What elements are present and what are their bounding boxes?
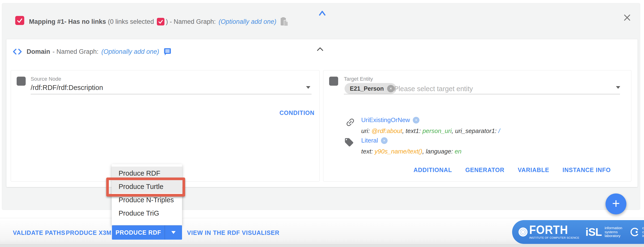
plus-icon: +	[612, 197, 620, 210]
tag-icon	[344, 137, 354, 148]
generator-button[interactable]: GENERATOR	[465, 167, 504, 173]
target-entity-chip[interactable]: E21_Person×	[344, 83, 396, 94]
target-entity-input[interactable]: Please select target entity	[394, 85, 473, 93]
checkmark-icon	[158, 19, 163, 24]
chip-label: E21_Person	[350, 85, 384, 92]
cci-logo-icon	[629, 226, 640, 237]
checkmark-icon	[17, 17, 23, 24]
menu-item-produce-trig[interactable]: Produce TriG	[112, 206, 182, 220]
add-mapping-fab[interactable]: +	[606, 193, 626, 214]
produce-rdf-button[interactable]: PRODUCE RDF	[112, 225, 182, 240]
cci-line: informatics	[642, 234, 644, 238]
generator-remove-icon[interactable]: ×	[413, 117, 420, 124]
collapse-domain-chevron-up-icon[interactable]	[316, 47, 324, 52]
param-label: , uri_separator1:	[452, 127, 498, 134]
target-actions: ADDITIONAL GENERATOR VARIABLE INSTANCE I…	[414, 167, 611, 173]
isl-caption: information systems laboratory	[604, 226, 622, 238]
forth-seal-icon	[518, 227, 528, 237]
isl-line: systems	[604, 230, 622, 234]
condition-button[interactable]: CONDITION	[280, 109, 314, 116]
forth-wordmark: FORTH	[529, 224, 579, 235]
target-entity-checkbox[interactable]	[329, 77, 338, 86]
links-checkbox[interactable]	[157, 18, 164, 26]
produce-rdf-button-label[interactable]: PRODUCE RDF	[112, 225, 165, 240]
target-underline	[344, 94, 620, 94]
mapping-checkbox[interactable]	[15, 16, 24, 25]
isl-line: laboratory	[604, 234, 622, 238]
param-value: y90s_name/text()	[374, 148, 422, 155]
cci-caption: center of cultural informatics	[642, 226, 644, 238]
produce-rdf-dropdown-toggle[interactable]	[165, 225, 182, 240]
isl-logo: iSL	[586, 225, 602, 238]
chip-remove-icon[interactable]: ×	[387, 85, 394, 92]
code-icon	[12, 48, 23, 55]
param-label: , language:	[422, 148, 454, 155]
domain-named-graph-add-link[interactable]: (Optionally add one)	[102, 48, 159, 56]
domain-header: Domain- Named Graph:(Optionally add one)	[12, 47, 172, 56]
source-node-checkbox[interactable]	[17, 77, 26, 86]
chevron-down-icon	[171, 231, 176, 234]
produce-x3ml-button[interactable]: PRODUCE X3ML	[66, 229, 115, 236]
source-node-select[interactable]: /rdf:RDF/rdf:Description	[31, 84, 103, 92]
domain-named-graph-label: - Named Graph:	[52, 48, 98, 56]
link-icon	[345, 117, 356, 128]
generator-params: text: y90s_name/text(), language: en	[361, 148, 462, 155]
param-value: person_uri	[422, 127, 452, 134]
chevron-down-icon[interactable]	[306, 86, 310, 89]
variable-button[interactable]: VARIABLE	[518, 167, 549, 173]
domain-title: Domain	[26, 48, 50, 56]
param-label: text:	[361, 148, 374, 155]
isl-line: information	[604, 226, 622, 230]
links-selected-text: (0 links selected	[108, 18, 154, 26]
generator-name: Literal	[361, 137, 378, 144]
forth-logo: FORTH INSTITUTE OF COMPUTER SCIENCE	[529, 225, 579, 239]
view-rdf-visualiser-button[interactable]: VIEW IN THE RDF VISUALISER	[187, 229, 280, 236]
param-value: /	[498, 127, 500, 134]
forth-subtitle: INSTITUTE OF COMPUTER SCIENCE	[529, 236, 579, 239]
generator-name: UriExistingOrNew	[361, 116, 410, 124]
validate-paths-button[interactable]: VALIDATE PATHS	[13, 229, 65, 236]
mapping-title: Mapping #1- Has no links	[29, 18, 106, 26]
paste-icon[interactable]	[280, 17, 288, 27]
cci-line: center of	[642, 226, 644, 230]
named-graph-label: ) - Named Graph:	[166, 18, 216, 26]
param-label: , text1:	[402, 127, 422, 134]
forth-banner: FORTH INSTITUTE OF COMPUTER SCIENCE iSL …	[512, 220, 644, 244]
param-label: uri:	[361, 127, 372, 134]
instance-info-button[interactable]: INSTANCE INFO	[562, 167, 611, 173]
generator-params: uri: @rdf:about, text1: person_uri, uri_…	[361, 127, 500, 135]
additional-button[interactable]: ADDITIONAL	[414, 167, 452, 173]
param-value: en	[454, 148, 462, 155]
highlight-box	[106, 177, 185, 196]
collapse-mapping-chevron-up-icon[interactable]	[318, 11, 326, 17]
cci-line: cultural	[642, 230, 644, 234]
target-entity-label: Target Entity	[344, 76, 373, 82]
param-value: @rdf:about	[372, 127, 402, 134]
chevron-down-icon[interactable]	[616, 86, 620, 89]
source-underline	[31, 94, 312, 94]
close-icon[interactable]	[623, 14, 631, 23]
generator-row: UriExistingOrNew×	[361, 116, 420, 124]
comment-icon[interactable]	[163, 47, 172, 56]
source-node-label: Source Node	[31, 76, 61, 82]
generator-remove-icon[interactable]: ×	[381, 137, 388, 144]
named-graph-add-link[interactable]: (Optionally add one)	[219, 18, 276, 26]
generator-row: Literal×	[361, 137, 388, 144]
mapping-header: Mapping #1- Has no links(0 links selecte…	[29, 17, 288, 27]
bottom-strip	[0, 244, 644, 247]
